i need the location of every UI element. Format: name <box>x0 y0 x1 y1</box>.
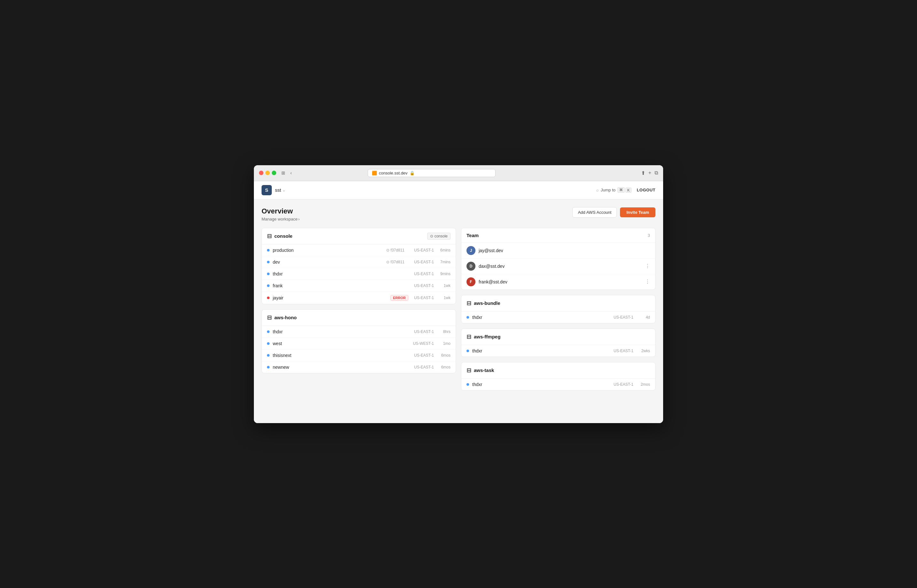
env-time: 9mins <box>438 271 451 276</box>
aws-hono-section-header: ⊟ aws-hono <box>262 310 456 326</box>
status-dot-blue <box>267 330 270 333</box>
aws-bundle-section-header: ⊟ aws-bundle <box>461 295 655 312</box>
env-region: US-EAST-1 <box>408 283 434 288</box>
kbd-cmd: ⌘ <box>618 187 625 193</box>
env-region: US-EAST-1 <box>408 365 434 370</box>
invite-team-button[interactable]: Invite Team <box>620 207 655 217</box>
env-row[interactable]: thdxr US-EAST-1 9mins <box>262 268 456 280</box>
env-time: 6mos <box>438 353 451 358</box>
env-row[interactable]: thdxr US-EAST-1 2mos <box>461 379 655 390</box>
aws-task-section-header: ⊟ aws-task <box>461 362 655 379</box>
team-row[interactable]: D dax@sst.dev ⋮ <box>461 258 655 274</box>
traffic-lights <box>259 171 276 175</box>
lock-icon: 🔒 <box>409 171 415 175</box>
page-header: Overview Manage workspace › Add AWS Acco… <box>262 207 655 221</box>
env-row[interactable]: dev ⊙ f37d811 US-EAST-1 7mins <box>262 256 456 268</box>
avatar: J <box>466 246 475 255</box>
keyboard-shortcut: ⌘ K <box>618 187 631 193</box>
url-text: console.sst.dev <box>379 171 408 175</box>
env-row[interactable]: thisisnext US-EAST-1 6mos <box>262 350 456 362</box>
workspace-chevron-icon[interactable]: ⌄ <box>282 188 286 192</box>
browser-chrome: ⊞ ‹ 🟧 console.sst.dev 🔒 ⬆ + ⧉ <box>254 165 663 181</box>
search-icon: ⌕ <box>596 187 599 192</box>
env-name: thdxr <box>472 382 608 387</box>
close-button[interactable] <box>259 171 264 175</box>
env-meta: US-EAST-1 4d <box>608 315 650 320</box>
more-menu-button[interactable]: ⋮ <box>645 263 650 269</box>
browser-right-controls: ⬆ + ⧉ <box>641 170 658 176</box>
env-row[interactable]: frank US-EAST-1 1wk <box>262 280 456 292</box>
env-row[interactable]: thdxr US-EAST-1 4d <box>461 312 655 323</box>
env-time: 1wk <box>438 283 451 288</box>
aws-hono-panel: ⊟ aws-hono thdxr US-EAST-1 8hrs <box>262 309 456 373</box>
address-bar[interactable]: 🟧 console.sst.dev 🔒 <box>368 169 496 177</box>
favicon-icon: 🟧 <box>372 171 377 175</box>
env-meta: US-WEST-1 1mo <box>408 341 451 346</box>
env-region: US-EAST-1 <box>408 248 434 252</box>
console-panel: ⊟ console ⊙ console production <box>262 228 456 304</box>
more-menu-button[interactable]: ⋮ <box>645 279 650 285</box>
env-name: newnew <box>273 365 408 370</box>
team-email: frank@sst.dev <box>479 279 508 284</box>
env-meta: US-EAST-1 9mins <box>408 271 451 276</box>
github-label: console <box>435 234 448 238</box>
workspace-name[interactable]: sst <box>275 187 281 193</box>
team-email: jay@sst.dev <box>479 248 503 253</box>
env-row[interactable]: production ⊙ f37d811 US-EAST-1 6mins <box>262 244 456 256</box>
status-dot-blue <box>267 249 270 252</box>
browser-window: ⊞ ‹ 🟧 console.sst.dev 🔒 ⬆ + ⧉ S sst ⌄ ⌕ … <box>254 165 663 423</box>
env-row[interactable]: newnew US-EAST-1 6mos <box>262 362 456 373</box>
share-icon[interactable]: ⬆ <box>641 170 645 176</box>
team-row[interactable]: J jay@sst.dev <box>461 243 655 258</box>
server-icon: ⊟ <box>466 333 471 340</box>
env-region: US-WEST-1 <box>408 341 434 346</box>
avatar: F <box>466 277 475 286</box>
right-column: Team 3 J jay@sst.dev D dax@sst.dev ⋮ <box>461 228 655 391</box>
manage-workspace-link[interactable]: Manage workspace › <box>262 216 299 221</box>
env-time: 6mins <box>438 248 451 252</box>
env-name: thdxr <box>273 329 408 334</box>
team-row[interactable]: F frank@sst.dev ⋮ <box>461 274 655 289</box>
github-link[interactable]: ⊙ console <box>427 233 451 240</box>
left-column: ⊟ console ⊙ console production <box>262 228 456 391</box>
workspace-icon: S <box>262 185 272 195</box>
team-email: dax@sst.dev <box>479 263 505 269</box>
maximize-button[interactable] <box>272 171 276 175</box>
console-title: ⊟ console <box>267 233 293 240</box>
back-button[interactable]: ‹ <box>289 170 293 176</box>
aws-hono-title: ⊟ aws-hono <box>267 314 297 321</box>
team-count: 3 <box>648 233 650 238</box>
env-row[interactable]: thdxr US-EAST-1 2wks <box>461 345 655 357</box>
env-time: 8hrs <box>438 330 451 334</box>
env-name: west <box>273 341 408 346</box>
github-icon: ⊙ <box>430 234 433 238</box>
env-name: dev <box>273 260 386 265</box>
add-aws-account-button[interactable]: Add AWS Account <box>573 207 617 218</box>
tabs-icon[interactable]: ⧉ <box>655 170 658 176</box>
jump-to-button[interactable]: ⌕ Jump to ⌘ K <box>596 187 632 193</box>
aws-ffmpeg-section-header: ⊟ aws-ffmpeg <box>461 329 655 345</box>
env-name: thdxr <box>273 271 408 276</box>
console-env-list: production ⊙ f37d811 US-EAST-1 6mins dev <box>262 244 456 304</box>
logout-button[interactable]: LOGOUT <box>637 187 655 192</box>
avatar: D <box>466 262 475 271</box>
env-name: jayair <box>273 295 390 300</box>
new-tab-icon[interactable]: + <box>649 170 651 176</box>
env-meta: ⊙ f37d811 US-EAST-1 7mins <box>386 260 451 264</box>
env-meta: US-EAST-1 2mos <box>608 382 650 387</box>
env-meta: ⊙ f37d811 US-EAST-1 6mins <box>386 248 451 252</box>
env-row[interactable]: west US-WEST-1 1mo <box>262 338 456 350</box>
env-meta: US-EAST-1 8hrs <box>408 330 451 334</box>
env-meta: US-EAST-1 6mos <box>408 353 451 358</box>
env-name: thdxr <box>472 315 608 320</box>
sidebar-toggle-button[interactable]: ⊞ <box>280 170 286 176</box>
env-meta: US-EAST-1 2wks <box>608 349 650 353</box>
env-time: 2wks <box>637 349 650 353</box>
env-name: thisisnext <box>273 353 408 358</box>
header-actions: Add AWS Account Invite Team <box>573 207 655 218</box>
env-row[interactable]: thdxr US-EAST-1 8hrs <box>262 326 456 338</box>
status-dot-blue <box>267 284 270 287</box>
minimize-button[interactable] <box>265 171 270 175</box>
env-row[interactable]: jayair ERROR US-EAST-1 1wk <box>262 292 456 304</box>
console-section-header: ⊟ console ⊙ console <box>262 228 456 244</box>
